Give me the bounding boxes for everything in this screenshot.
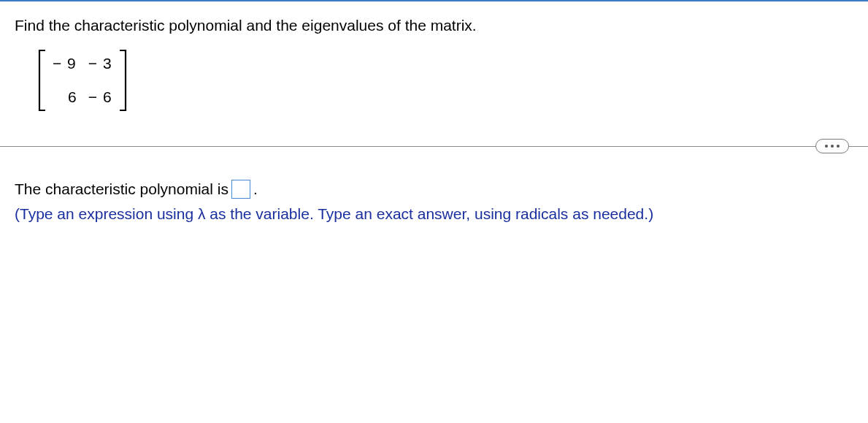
left-bracket-icon bbox=[37, 49, 47, 112]
matrix-cells: − 9 − 3 6 − 6 bbox=[47, 49, 118, 112]
matrix: − 9 − 3 6 − 6 bbox=[37, 49, 128, 112]
answer-period: . bbox=[253, 177, 258, 202]
ellipsis-icon bbox=[831, 145, 834, 148]
matrix-cell: − 9 bbox=[53, 55, 77, 72]
ellipsis-icon bbox=[837, 145, 840, 148]
matrix-cell: − 6 bbox=[88, 88, 112, 106]
question-block: Find the characteristic polynomial and t… bbox=[0, 1, 868, 130]
question-prompt: Find the characteristic polynomial and t… bbox=[15, 15, 853, 36]
characteristic-polynomial-input[interactable] bbox=[231, 180, 250, 199]
divider-line bbox=[0, 146, 868, 147]
matrix-cell: 6 bbox=[53, 88, 77, 106]
section-divider bbox=[0, 137, 868, 155]
answer-block: The characteristic polynomial is . (Type… bbox=[0, 177, 868, 226]
answer-instruction: (Type an expression using λ as the varia… bbox=[15, 202, 853, 226]
ellipsis-icon bbox=[825, 145, 828, 148]
answer-sentence: The characteristic polynomial is . bbox=[15, 177, 853, 202]
right-bracket-icon bbox=[118, 49, 128, 112]
answer-lead-text: The characteristic polynomial is bbox=[15, 177, 228, 202]
more-options-button[interactable] bbox=[815, 139, 849, 153]
matrix-cell: − 3 bbox=[88, 55, 112, 72]
